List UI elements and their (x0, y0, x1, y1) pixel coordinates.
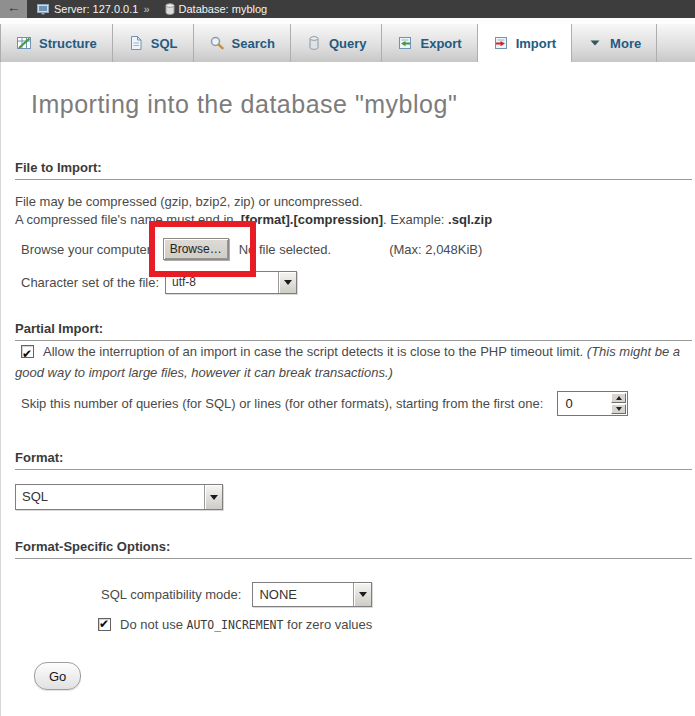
tab-label: Import (516, 36, 556, 51)
breadcrumb-bar: ← Server: 127.0.0.1 » Database: myblog (0, 0, 695, 18)
tab-sql[interactable]: SQL (113, 24, 194, 62)
format-select[interactable]: SQL (15, 484, 223, 510)
tab-export[interactable]: Export (382, 24, 477, 62)
sql-compatibility-label: SQL compatibility mode: (101, 587, 241, 602)
spinner-down-button[interactable] (611, 404, 626, 414)
spinner-up-button[interactable] (611, 393, 626, 403)
tab-bar: Structure SQL Search Query Export (0, 24, 695, 62)
auto-increment-text: Do not use AUTO_INCREMENT for zero value… (120, 617, 372, 632)
section-heading-partial-import: Partial Import: (15, 321, 692, 341)
tab-search[interactable]: Search (194, 24, 291, 62)
charset-row: Character set of the file: utf-8 (15, 271, 692, 294)
tab-label: Structure (39, 36, 97, 51)
auto-increment-option: Do not use AUTO_INCREMENT for zero value… (98, 616, 692, 632)
breadcrumb-separator: » (143, 3, 149, 15)
charset-selected-value: utf-8 (166, 272, 278, 293)
structure-icon (16, 35, 32, 51)
charset-select[interactable]: utf-8 (165, 271, 297, 294)
tab-label: Query (329, 36, 367, 51)
allow-interrupt-option: Allow the interruption of an import in c… (15, 344, 680, 380)
database-icon (165, 3, 175, 15)
tab-label: Export (420, 36, 461, 51)
import-icon (493, 35, 509, 51)
section-heading-format-options: Format-Specific Options: (15, 539, 692, 559)
sql-compatibility-row: SQL compatibility mode: NONE (101, 582, 692, 607)
breadcrumb-database[interactable]: Database: myblog (179, 3, 268, 15)
chevron-down-icon (587, 35, 603, 51)
chevron-down-icon[interactable] (204, 485, 222, 509)
charset-label: Character set of the file: (21, 275, 165, 290)
back-arrow-icon: ← (7, 0, 20, 15)
tab-label: Search (232, 36, 275, 51)
file-help-text: File may be compressed (gzip, bzip2, zip… (15, 193, 692, 229)
page-title: Importing into the database "myblog" (31, 90, 692, 119)
tab-import[interactable]: Import (478, 24, 572, 62)
section-heading-format: Format: (15, 450, 692, 470)
section-heading-file-to-import: File to Import: (15, 160, 692, 180)
tab-label: More (610, 36, 641, 51)
tab-more[interactable]: More (572, 24, 657, 62)
tab-structure[interactable]: Structure (0, 24, 113, 62)
breadcrumb-server[interactable]: Server: 127.0.0.1 (54, 3, 138, 15)
go-button[interactable]: Go (34, 662, 81, 690)
browse-button[interactable]: Browse… (163, 238, 229, 260)
back-button[interactable]: ← (0, 0, 27, 18)
chevron-down-icon[interactable] (353, 583, 371, 606)
sql-icon (128, 35, 144, 51)
export-icon (397, 35, 413, 51)
skip-queries-row: Skip this number of queries (for SQL) or… (15, 391, 692, 416)
tab-label: SQL (151, 36, 178, 51)
browse-row: Browse your computer: Browse… No file se… (15, 237, 692, 261)
no-file-selected-text: No file selected. (239, 242, 332, 257)
sql-compatibility-value: NONE (253, 583, 353, 606)
main-content: Importing into the database "myblog" Fil… (0, 62, 695, 716)
phpmyadmin-import-page: ← Server: 127.0.0.1 » Database: myblog S… (0, 0, 695, 716)
format-selected-value: SQL (16, 485, 204, 509)
sql-compatibility-select[interactable]: NONE (252, 582, 372, 607)
server-icon (37, 3, 50, 15)
auto-increment-checkbox[interactable] (98, 618, 111, 631)
query-icon (306, 35, 322, 51)
browse-label: Browse your computer: (21, 242, 155, 257)
allow-interrupt-text: Allow the interruption of an import in c… (43, 344, 587, 359)
tab-query[interactable]: Query (291, 24, 383, 62)
allow-interrupt-checkbox[interactable] (21, 345, 34, 358)
auto-increment-code: AUTO_INCREMENT (187, 618, 284, 632)
skip-queries-value: 0 (558, 392, 610, 415)
skip-queries-stepper[interactable]: 0 (557, 391, 628, 416)
skip-queries-label: Skip this number of queries (for SQL) or… (21, 396, 543, 411)
search-icon (209, 35, 225, 51)
max-upload-size: (Max: 2,048KiB) (389, 242, 482, 257)
chevron-down-icon[interactable] (278, 272, 296, 293)
